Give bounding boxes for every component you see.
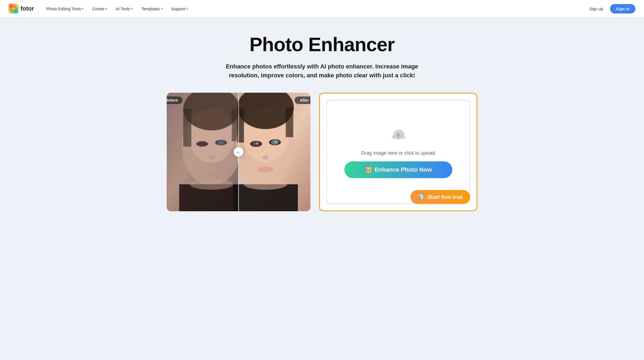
navbar: fotor Photo Editing Tools ▾ Create ▾ AI …: [0, 0, 644, 17]
svg-point-37: [258, 167, 273, 172]
chevron-down-icon: ▾: [82, 7, 84, 11]
chevron-down-icon: ▾: [131, 7, 133, 11]
svg-point-19: [208, 155, 215, 160]
nav-links: Photo Editing Tools ▾ Create ▾ AI Tools …: [43, 4, 585, 13]
free-trial-button[interactable]: 💎 Start free trial: [410, 190, 470, 204]
logo-text: fotor: [20, 5, 34, 12]
svg-text:Before: Before: [167, 98, 178, 102]
svg-point-16: [198, 142, 206, 146]
nav-item-ai-tools[interactable]: AI Tools ▾: [112, 4, 136, 13]
svg-text:‹›: ‹›: [237, 150, 240, 154]
svg-point-14: [190, 179, 233, 190]
main-content: Photo Enhancer Enhance photos effortless…: [160, 17, 484, 222]
svg-point-35: [285, 155, 287, 157]
chevron-down-icon: ▾: [161, 7, 163, 11]
diamond-icon: 💎: [418, 194, 425, 200]
page-title: Photo Enhancer: [167, 33, 477, 56]
svg-rect-26: [286, 108, 293, 137]
logo[interactable]: fotor: [9, 4, 34, 13]
upload-cloud-icon: [390, 127, 406, 144]
svg-text:After: After: [300, 98, 309, 102]
nav-item-create[interactable]: Create ▾: [88, 4, 111, 13]
nav-item-templates[interactable]: Templates ▾: [138, 4, 166, 13]
upload-drag-text: Drag image here or click to upload: [361, 150, 435, 156]
svg-rect-11: [183, 109, 191, 147]
nav-item-support[interactable]: Support ▾: [167, 4, 192, 13]
upload-drop-area[interactable]: Drag image here or click to upload 🖼️ En…: [326, 100, 470, 204]
svg-rect-25: [237, 108, 244, 143]
upload-icon-wrap: [389, 126, 408, 145]
before-after-image: Before After ‹›: [167, 93, 310, 211]
svg-point-31: [256, 142, 258, 144]
chevron-down-icon: ▾: [186, 7, 188, 11]
svg-point-28: [244, 179, 287, 190]
logo-icon: [9, 4, 18, 13]
svg-rect-4: [12, 7, 15, 10]
hero-subtitle: Enhance photos effortlessly with AI phot…: [217, 62, 427, 80]
enhance-icon: 🖼️: [365, 166, 372, 173]
enhance-photo-button[interactable]: 🖼️ Enhance Photo Now: [344, 161, 452, 178]
signin-button[interactable]: Sign in: [610, 4, 635, 13]
svg-point-18: [217, 140, 225, 145]
signup-button[interactable]: Sign up: [585, 4, 607, 13]
svg-point-36: [262, 155, 269, 160]
content-row: Before After ‹› Drag image here or cli: [167, 93, 477, 211]
svg-point-20: [204, 167, 219, 172]
chevron-down-icon: ▾: [105, 7, 107, 11]
before-after-panel: Before After ‹›: [167, 93, 310, 211]
nav-auth: Sign up Sign in: [585, 4, 635, 13]
upload-box[interactable]: Drag image here or click to upload 🖼️ En…: [319, 93, 477, 211]
svg-point-34: [275, 141, 277, 143]
nav-item-photo-editing-tools[interactable]: Photo Editing Tools ▾: [43, 4, 87, 13]
